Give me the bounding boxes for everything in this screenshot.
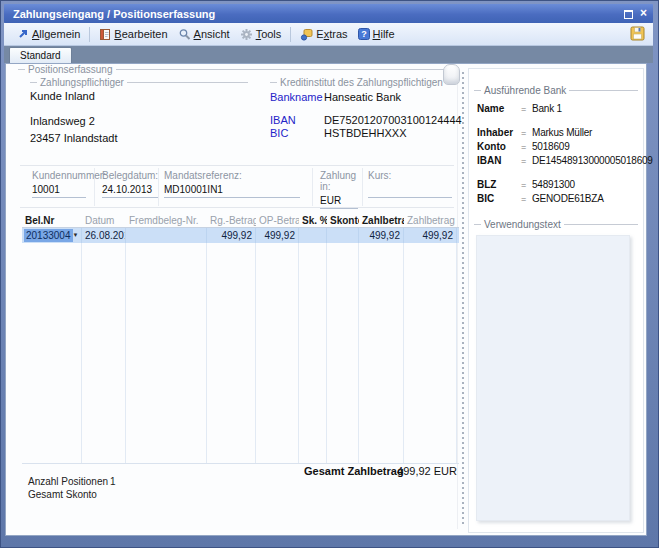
panel-splitter[interactable] [462, 72, 464, 527]
table-row[interactable]: 20133004 ▼ 26.08.2013 499,92 499,92 499,… [22, 228, 459, 243]
zahlung-in-input[interactable]: EUR [320, 195, 358, 207]
op-betrag-cell[interactable]: 499,92 [256, 228, 299, 243]
field-separator [362, 168, 363, 206]
window-title: Zahlungseingang / Positionserfassung [13, 8, 215, 20]
bic-row: BIC HSTBDEHHXXX [270, 127, 407, 139]
zahlbetrag-euro-cell[interactable]: 499,92 [404, 228, 457, 243]
arrow-up-right-icon [17, 28, 29, 40]
equals-sign: = [521, 128, 532, 138]
payer-name: Kunde Inland [30, 90, 95, 102]
bank-row-value: 54891300 [532, 179, 575, 190]
restore-icon[interactable] [623, 9, 633, 19]
bank-row-value: GENODE61BZA [532, 193, 604, 204]
col-datum[interactable]: Datum [82, 215, 126, 226]
col-skonto[interactable]: Skonto [327, 215, 359, 226]
menu-label-rest: llgemein [39, 28, 80, 40]
table-body-column [207, 243, 256, 463]
field-underline [102, 197, 158, 198]
col-fremdbeleg-nr[interactable]: Fremdbeleg-Nr. [126, 215, 207, 226]
group-verwendungstext: Verwendungstext [474, 219, 638, 230]
gesamt-zahlbetrag-value: 499,92 EUR [396, 465, 457, 477]
menu-extras[interactable]: Extras [295, 26, 352, 43]
field-label: Zahlung in: [320, 170, 358, 192]
equals-sign: = [521, 142, 532, 152]
dropdown-arrow-icon[interactable]: ▼ [73, 228, 79, 243]
field-zahlung-in: Zahlung in: EUR [320, 170, 358, 209]
table-body-column [126, 243, 207, 463]
toolbar-separator [89, 27, 90, 42]
splitter-collapse-icon[interactable] [443, 64, 460, 85]
datum-cell[interactable]: 26.08.2013 [82, 228, 126, 243]
iban-value: DE75201207003100124444 [324, 114, 462, 126]
bank-row-konto: Konto = 5018609 [477, 141, 570, 152]
payer-street: Inlandsweg 2 [30, 115, 95, 127]
bankname-value: Hanseatic Bank [324, 91, 401, 103]
tools-gear-icon [240, 28, 253, 41]
bic-label[interactable]: BIC [270, 127, 324, 139]
help-icon: ? [358, 28, 370, 40]
menu-bearbeiten[interactable]: Bearbeiten [94, 26, 172, 43]
field-kurs: Kurs: [368, 170, 452, 198]
equals-sign: = [521, 104, 532, 114]
verwendungstext-textarea[interactable] [476, 235, 630, 521]
menu-allgemein[interactable]: Allgemein [12, 26, 85, 42]
separator-line [20, 207, 454, 208]
save-button[interactable] [630, 26, 645, 43]
bank-row-blz: BLZ = 54891300 [477, 179, 575, 190]
menu-label-key: A [194, 28, 201, 40]
rg-betrag-cell[interactable]: 499,92 [207, 228, 256, 243]
kundennummer-input[interactable]: 10001 [32, 184, 86, 196]
window-controls: × [623, 8, 647, 19]
iban-label[interactable]: IBAN [270, 114, 324, 126]
toolbar-separator [290, 27, 291, 42]
restore-box [624, 10, 633, 19]
sk-prozent-cell[interactable] [299, 228, 327, 243]
table-body-column [359, 243, 404, 463]
field-underline [320, 208, 358, 209]
svg-text:?: ? [361, 29, 367, 39]
bank-row-label: Name [477, 103, 521, 114]
kurs-input[interactable] [368, 184, 452, 196]
col-op-betrag[interactable]: OP-Betrag [256, 215, 299, 226]
menu-hilfe[interactable]: ? Hilfe [353, 26, 400, 42]
col-zahlbetrag-euro[interactable]: Zahlbetrag Euro [404, 215, 457, 226]
bank-row-value: Bank 1 [532, 103, 562, 114]
belnr-selected-value[interactable]: 20133004 [24, 229, 73, 242]
table-body-column [299, 243, 327, 463]
field-mandatsreferenz: Mandatsreferenz: MD10001IN1 [164, 170, 300, 198]
menu-tools[interactable]: Tools [235, 26, 287, 43]
anzahl-positionen-value: 1 [110, 476, 116, 487]
edit-notebook-icon [99, 28, 111, 41]
close-icon[interactable]: × [640, 8, 647, 19]
field-underline [368, 197, 452, 198]
menu-label-hilfe: Hilfe [373, 28, 395, 40]
group-positionserfassung: Positionserfassung [18, 64, 456, 75]
col-zahlbetrag[interactable]: Zahlbetrag [359, 215, 404, 226]
bankname-label[interactable]: Bankname [270, 91, 324, 103]
iban-row: IBAN DE75201207003100124444 [270, 114, 462, 126]
titlebar[interactable]: Zahlungseingang / Positionserfassung × [4, 4, 653, 23]
gesamt-zahlbetrag-label: Gesamt Zahlbetrag [304, 465, 404, 477]
form-content: Positionserfassung Zahlungspflichtiger K… [5, 63, 647, 536]
group-title: Positionserfassung [28, 64, 113, 75]
skonto-cell[interactable] [327, 228, 359, 243]
field-underline [32, 197, 86, 198]
belegdatum-input[interactable]: 24.10.2013 [102, 184, 158, 196]
belnr-cell[interactable]: 20133004 ▼ [22, 228, 82, 243]
field-kundennummer: Kundennummer: 10001 [32, 170, 86, 198]
equals-sign: = [521, 180, 532, 190]
tab-standard[interactable]: Standard [9, 47, 72, 63]
separator-line [20, 165, 454, 166]
mandatsreferenz-input[interactable]: MD10001IN1 [164, 184, 300, 196]
menu-label-pre: E [316, 28, 323, 40]
bank-row-label: IBAN [477, 155, 521, 166]
menu-label-key: B [114, 28, 121, 40]
menu-ansicht[interactable]: Ansicht [173, 26, 235, 43]
fremdbeleg-cell[interactable] [126, 228, 207, 243]
group-kreditinstitut: Kreditinstitut des Zahlungspflichtigen [270, 77, 458, 88]
col-belnr[interactable]: Bel.Nr [22, 215, 82, 226]
col-rg-betrag[interactable]: Rg.-Betrag [207, 215, 256, 226]
col-sk-prozent[interactable]: Sk. % [299, 215, 327, 226]
group-title: Zahlungspflichtiger [40, 77, 124, 88]
zahlbetrag-cell[interactable]: 499,92 [359, 228, 404, 243]
